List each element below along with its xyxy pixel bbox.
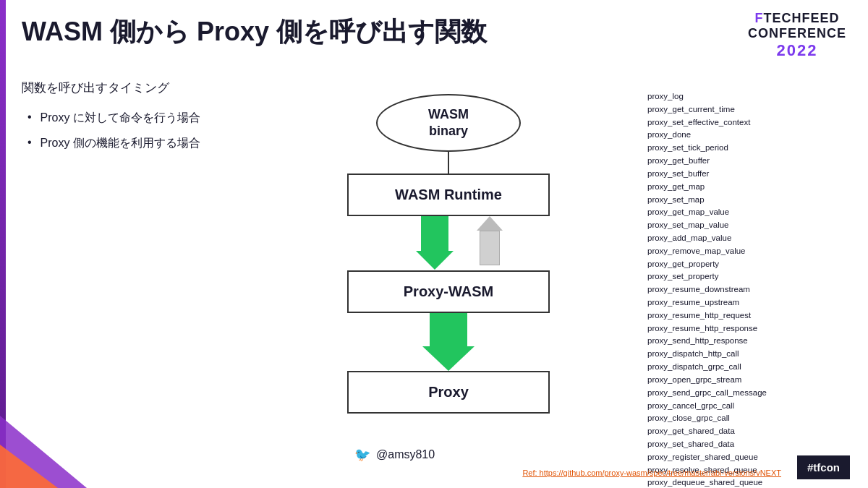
gray-up-arrow: [477, 216, 503, 265]
wasm-binary-label: WASMbinary: [428, 106, 469, 140]
big-arrow-section: [347, 313, 550, 371]
proxy-box: Proxy: [347, 371, 550, 414]
logo-line1: FTECHFEED: [748, 11, 846, 26]
bottom-left-decoration: [0, 372, 130, 488]
list-item: proxy_get_map: [647, 181, 850, 194]
timing-title: 関数を呼び出すタイミング: [22, 80, 297, 96]
page-title: WASM 側から Proxy 側を呼び出す関数: [22, 14, 487, 50]
twitter-username: @amsy810: [376, 448, 435, 461]
wasm-runtime-box: WASM Runtime: [347, 174, 550, 216]
list-item: proxy_resume_upstream: [647, 296, 850, 309]
list-item: proxy_add_map_value: [647, 232, 850, 245]
proxy-wasm-box: Proxy-WASM: [347, 270, 550, 313]
logo-line2: CONFERENCE: [748, 26, 846, 41]
list-item: proxy_get_map_value: [647, 206, 850, 219]
list-item: proxy_done: [647, 129, 850, 142]
twitter-icon: 🐦: [354, 447, 370, 463]
list-item: proxy_get_current_time: [647, 103, 850, 116]
twitter-handle: 🐦 @amsy810: [354, 447, 435, 463]
logo-year: 2022: [748, 41, 846, 60]
wasm-binary-box: WASMbinary: [376, 94, 521, 152]
list-item: proxy_set_buffer: [647, 168, 850, 181]
list-item: proxy_get_buffer: [647, 155, 850, 168]
list-item: proxy_get_shared_data: [647, 425, 850, 438]
proxy-functions-list: proxy_logproxy_get_current_timeproxy_set…: [647, 90, 850, 488]
list-item: proxy_log: [647, 90, 850, 103]
list-item: proxy_open_grpc_stream: [647, 374, 850, 387]
list-item: proxy_send_http_response: [647, 335, 850, 348]
list-item: proxy_resume_http_request: [647, 309, 850, 322]
list-item: proxy_get_property: [647, 258, 850, 271]
list-item: proxy_set_property: [647, 270, 850, 283]
architecture-diagram: WASMbinary WASM Runtime Proxy-WASM Proxy: [326, 94, 571, 414]
list-item: proxy_send_grpc_call_message: [647, 387, 850, 400]
big-arrow-head: [422, 346, 475, 371]
proxy-functions-list-items: proxy_logproxy_get_current_timeproxy_set…: [647, 90, 850, 488]
list-item: proxy_close_grpc_call: [647, 412, 850, 425]
list-item: proxy_dispatch_http_call: [647, 348, 850, 361]
green-down-arrow: [416, 216, 454, 270]
logo-f-accent: F: [754, 11, 763, 25]
big-arrow-shaft: [430, 313, 467, 346]
left-content-area: 関数を呼び出すタイミング • Proxy に対して命令を行う場合 • Proxy…: [22, 80, 297, 161]
bullet-dot-2: •: [27, 136, 32, 149]
bullet-text-1: Proxy に対して命令を行う場合: [41, 111, 200, 126]
wasm-runtime-label: WASM Runtime: [395, 187, 502, 203]
gray-arrow-head: [477, 216, 503, 231]
ref-link: Ref: https://github.com/proxy-wasm/spec/…: [522, 468, 781, 477]
big-green-down-arrow: [422, 313, 475, 371]
logo-line1-text: TECHFEED: [763, 11, 839, 25]
list-item: proxy_remove_map_value: [647, 245, 850, 258]
arrows-section: [347, 216, 550, 270]
green-arrow-head: [416, 251, 454, 270]
proxy-label: Proxy: [428, 384, 469, 401]
green-arrow-shaft: [421, 216, 448, 251]
bullet-item-1: • Proxy に対して命令を行う場合: [22, 111, 297, 126]
list-item: proxy_set_map: [647, 194, 850, 207]
list-item: proxy_resume_http_response: [647, 322, 850, 335]
list-item: proxy_resume_downstream: [647, 283, 850, 296]
proxy-wasm-label: Proxy-WASM: [404, 283, 493, 300]
list-item: proxy_set_map_value: [647, 219, 850, 232]
hashtag-box: #tfcon: [797, 455, 850, 479]
list-item: proxy_cancel_grpc_call: [647, 400, 850, 413]
list-item: proxy_set_effective_context: [647, 116, 850, 129]
bullet-item-2: • Proxy 側の機能を利用する場合: [22, 136, 297, 151]
logo: FTECHFEED CONFERENCE 2022: [748, 11, 846, 60]
gray-arrow-shaft: [480, 231, 500, 265]
connector-1: [347, 152, 550, 174]
list-item: proxy_dispatch_grpc_call: [647, 361, 850, 374]
list-item: proxy_set_tick_period: [647, 142, 850, 155]
bullet-dot-1: •: [27, 111, 32, 124]
bullet-text-2: Proxy 側の機能を利用する場合: [41, 136, 200, 151]
list-item: proxy_set_shared_data: [647, 438, 850, 451]
